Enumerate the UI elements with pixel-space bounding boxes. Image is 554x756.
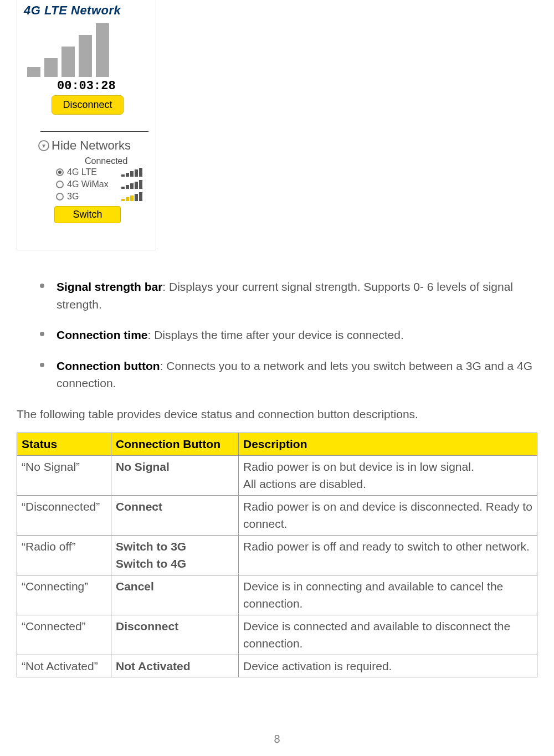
connection-widget: 4G LTE Network 00:03:28 Disconnect ▾ Hid… <box>17 0 156 250</box>
status-cell: “Connected” <box>17 615 111 655</box>
bullet-list: Signal strength bar: Displays your curre… <box>40 278 537 392</box>
hide-networks-toggle[interactable]: ▾ Hide Networks <box>38 138 149 153</box>
list-item: Connection button: Connects you to a net… <box>40 357 537 392</box>
page-number: 8 <box>17 733 537 745</box>
table-row: “No Signal”No SignalRadio power is on bu… <box>17 455 537 495</box>
table-row: “Connecting”CancelDevice is in connectin… <box>17 575 537 615</box>
th-status: Status <box>17 433 111 456</box>
network-label: 4G LTE <box>67 167 97 177</box>
desc-cell: Device is in connecting and available to… <box>239 575 537 615</box>
table-row: “Connected”DisconnectDevice is connected… <box>17 615 537 655</box>
radio-icon <box>56 193 64 200</box>
status-cell: “Not Activated” <box>17 655 111 677</box>
th-button: Connection Button <box>111 433 239 456</box>
table-row: “Disconnected”ConnectRadio power is on a… <box>17 495 537 535</box>
status-cell: “Connecting” <box>17 575 111 615</box>
table-row: “Not Activated”Not ActivatedDevice activ… <box>17 655 537 677</box>
network-title: 4G LTE Network <box>24 3 149 18</box>
desc-cell: Device activation is required. <box>239 655 537 677</box>
list-item: Signal strength bar: Displays your curre… <box>40 278 537 313</box>
signal-bars-icon <box>121 180 142 189</box>
content: Signal strength bar: Displays your curre… <box>17 278 537 677</box>
status-cell: “No Signal” <box>17 455 111 495</box>
disconnect-button[interactable]: Disconnect <box>52 95 124 115</box>
list-item: Connection time: Displays the time after… <box>40 326 537 344</box>
button-cell: Not Activated <box>111 655 239 677</box>
bullet-title: Connection time <box>57 328 148 341</box>
button-cell: Cancel <box>111 575 239 615</box>
network-label: 4G WiMax <box>67 179 109 189</box>
network-label: 3G <box>67 192 79 202</box>
network-row-4g-lte[interactable]: 4G LTE <box>56 167 149 177</box>
network-row-3g[interactable]: 3G <box>56 192 149 202</box>
divider <box>40 131 148 132</box>
button-cell: Switch to 3GSwitch to 4G <box>111 535 239 575</box>
desc-cell: Radio power is off and ready to switch t… <box>239 535 537 575</box>
button-cell: Disconnect <box>111 615 239 655</box>
status-cell: “Disconnected” <box>17 495 111 535</box>
table-intro: The following table provides device stat… <box>17 405 537 423</box>
connected-label: Connected <box>85 156 149 166</box>
radio-icon <box>56 168 64 176</box>
signal-strength-bars-icon <box>24 18 149 79</box>
signal-bars-icon <box>121 168 142 177</box>
desc-cell: Radio power is on and device is disconne… <box>239 495 537 535</box>
desc-cell: Radio power is on but device is in low s… <box>239 455 537 495</box>
th-desc: Description <box>239 433 537 456</box>
button-cell: No Signal <box>111 455 239 495</box>
bullet-title: Connection button <box>57 359 160 372</box>
bullet-text: : Displays the time after your device is… <box>148 328 404 341</box>
table-row: “Radio off”Switch to 3GSwitch to 4GRadio… <box>17 535 537 575</box>
switch-button[interactable]: Switch <box>54 206 121 223</box>
status-cell: “Radio off” <box>17 535 111 575</box>
connection-timer: 00:03:28 <box>57 79 149 93</box>
signal-bars-icon <box>121 192 142 201</box>
radio-icon <box>56 181 64 188</box>
desc-cell: Device is connected and available to dis… <box>239 615 537 655</box>
bullet-title: Signal strength bar <box>57 280 162 293</box>
network-row-4g-wimax[interactable]: 4G WiMax <box>56 179 149 189</box>
button-cell: Connect <box>111 495 239 535</box>
hide-networks-label: Hide Networks <box>52 138 131 153</box>
status-table: Status Connection Button Description “No… <box>17 433 537 677</box>
chevron-down-icon: ▾ <box>38 140 49 151</box>
